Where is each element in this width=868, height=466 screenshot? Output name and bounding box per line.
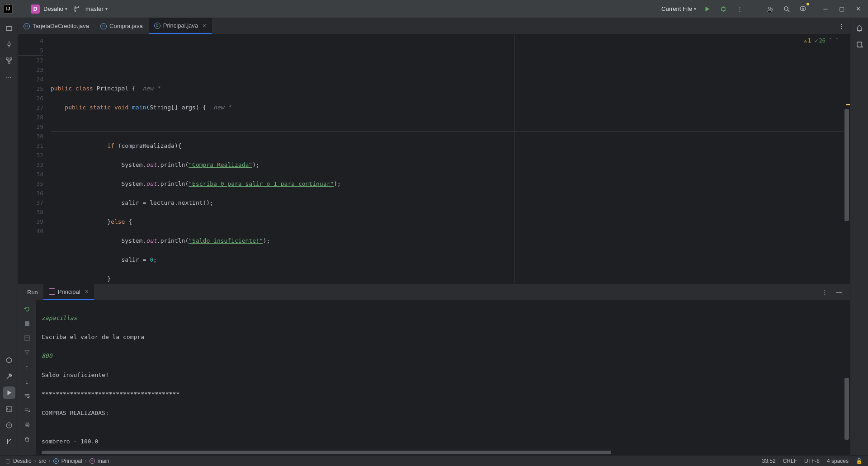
close-button[interactable]: ✕ (852, 3, 864, 15)
scroll-to-end-button[interactable] (22, 405, 33, 416)
svg-rect-17 (26, 423, 28, 424)
console-output[interactable]: zapatillas Escriba el valor de la compra… (36, 300, 850, 455)
left-tool-rail: ⋯ (0, 18, 18, 455)
project-dropdown[interactable]: Desafio ▾ (43, 5, 67, 12)
more-actions-button[interactable]: ⋮ (734, 4, 745, 14)
svg-rect-8 (8, 61, 10, 63)
editor-scrollbar[interactable] (844, 34, 850, 283)
editor-tabs: C TarjetaDeCredito.java C Compra.java C … (18, 18, 850, 34)
indent-setting[interactable]: 4 spaces (827, 458, 849, 464)
scroll-up-button[interactable]: ↑ (22, 362, 33, 372)
file-encoding[interactable]: UTF-8 (804, 458, 820, 464)
hide-panel-button[interactable]: — (834, 287, 844, 297)
problems-tool-button[interactable] (3, 419, 15, 432)
svg-rect-7 (10, 58, 12, 60)
svg-point-3 (784, 7, 788, 10)
folder-icon: ▢ (5, 458, 10, 464)
run-config-tab[interactable]: Principal × (43, 284, 94, 300)
code-with-me-button[interactable] (765, 4, 776, 14)
project-tool-button[interactable] (3, 22, 15, 34)
editor-tab-compra[interactable]: C Compra.java (95, 18, 149, 34)
svg-point-5 (8, 43, 10, 46)
debug-button[interactable] (718, 4, 729, 14)
app-logo-icon: IJ (4, 5, 13, 14)
breadcrumb-project[interactable]: Desafio (13, 458, 32, 464)
breadcrumb-class[interactable]: Principal (61, 458, 82, 464)
ai-assistant-button[interactable] (853, 38, 866, 51)
line-separator[interactable]: CRLF (783, 458, 797, 464)
run-toolbar: ↑ ↓ (18, 300, 36, 455)
structure-tool-button[interactable] (3, 54, 15, 67)
services-tool-button[interactable] (3, 354, 15, 367)
readonly-lock-icon[interactable]: 🔓 (856, 458, 863, 464)
close-icon[interactable]: × (85, 288, 89, 295)
close-tab-icon[interactable]: × (203, 22, 206, 29)
svg-point-4 (802, 8, 804, 10)
svg-rect-15 (24, 336, 29, 341)
branch-dropdown[interactable]: master ▾ (85, 5, 108, 12)
svg-point-1 (769, 7, 771, 9)
editor-tabs-menu[interactable]: ⋮ (833, 18, 850, 34)
svg-rect-6 (6, 58, 8, 60)
chevron-down-icon[interactable]: ˅ (835, 36, 838, 46)
commit-tool-button[interactable] (3, 38, 15, 51)
editor-tab-principal[interactable]: C Principal.java × (149, 18, 212, 34)
print-button[interactable] (22, 419, 33, 430)
console-hscrollbar[interactable] (42, 451, 611, 454)
status-bar: ▢ Desafio › src › C Principal › m main 3… (0, 455, 868, 466)
svg-point-12 (7, 443, 8, 444)
chevron-up-icon[interactable]: ˄ (829, 36, 832, 46)
console-vscrollbar[interactable] (844, 378, 849, 440)
method-icon: m (90, 458, 95, 464)
warning-icon: ⚠ (804, 36, 807, 46)
rerun-button[interactable] (22, 304, 33, 315)
code-editor[interactable]: 4 5 22 23 24 25 26 27 28 29 30 31 32 33 … (18, 34, 850, 283)
project-name: Desafio (43, 5, 63, 12)
filter-button[interactable] (22, 347, 33, 358)
editor-tab-tarjeta[interactable]: C TarjetaDeCredito.java (18, 18, 95, 34)
vcs-tool-button[interactable] (3, 435, 15, 448)
tab-label: Compra.java (109, 23, 143, 29)
cursor-position[interactable]: 33:52 (762, 458, 776, 464)
inspection-widget[interactable]: ⚠1 ✓26 ˄ ˅ (804, 36, 838, 46)
svg-point-13 (10, 439, 11, 440)
terminal-tool-button[interactable] (3, 403, 15, 415)
tab-label: Principal.java (163, 22, 198, 29)
code-area[interactable]: ⚠1 ✓26 ˄ ˅ public class Principal { new … (51, 34, 844, 283)
run-options-button[interactable]: ⋮ (819, 287, 830, 297)
run-config-dropdown[interactable]: Current File ▾ (661, 5, 696, 12)
notifications-button[interactable] (853, 22, 866, 34)
svg-point-0 (722, 7, 725, 11)
main-menu-button[interactable] (16, 4, 27, 14)
minimize-button[interactable]: ─ (819, 3, 832, 15)
run-tool-window: Run Principal × ⋮ — (18, 283, 850, 455)
settings-button[interactable] (797, 4, 808, 14)
maximize-button[interactable]: ▢ (835, 3, 848, 15)
svg-point-2 (771, 9, 773, 10)
run-config-name: Principal (58, 288, 80, 295)
search-button[interactable] (781, 4, 792, 14)
breadcrumb-method[interactable]: main (98, 458, 109, 464)
build-tool-button[interactable] (3, 370, 15, 383)
class-icon: C (53, 458, 59, 464)
chevron-down-icon: ▾ (65, 6, 67, 11)
layout-button[interactable] (22, 333, 33, 344)
title-bar: IJ D Desafio ▾ master ▾ Current File ▾ ⋮ (0, 0, 868, 18)
stop-button[interactable] (22, 318, 33, 329)
class-icon: C (100, 23, 107, 29)
more-tool-button[interactable]: ⋯ (3, 71, 15, 83)
run-button[interactable] (702, 4, 712, 14)
class-icon: C (154, 23, 160, 29)
scroll-down-button[interactable]: ↓ (22, 376, 33, 387)
svg-point-11 (7, 439, 8, 440)
run-tool-button[interactable] (3, 386, 15, 399)
project-badge: D (31, 5, 40, 14)
chevron-down-icon: ▾ (694, 6, 696, 11)
svg-rect-9 (6, 407, 12, 411)
tab-label: TarjetaDeCredito.java (33, 23, 89, 29)
branch-name: master (85, 5, 104, 12)
clear-button[interactable] (22, 434, 33, 445)
soft-wrap-button[interactable] (22, 391, 33, 401)
editor-gutter: 4 5 22 23 24 25 26 27 28 29 30 31 32 33 … (18, 34, 51, 283)
breadcrumb-src[interactable]: src (39, 458, 46, 464)
